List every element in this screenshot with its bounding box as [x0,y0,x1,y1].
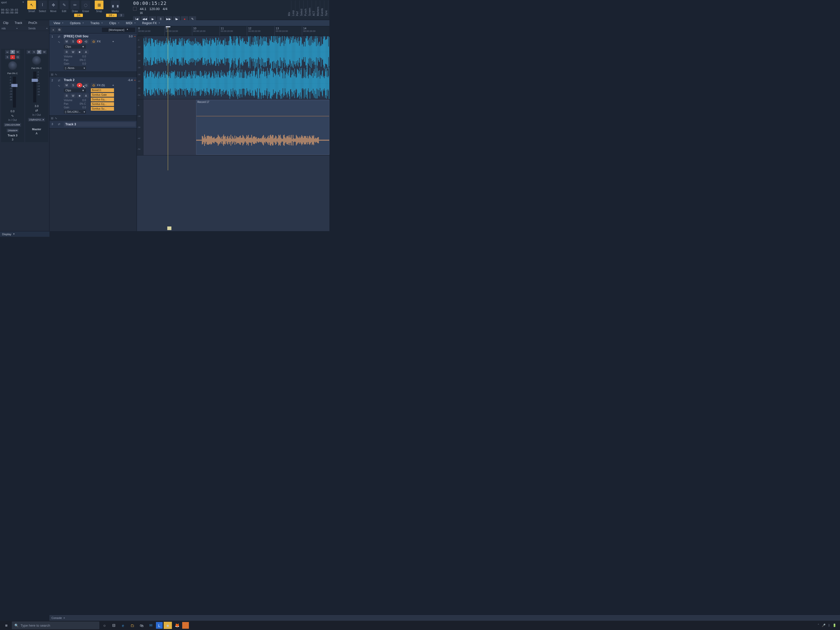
dropdown-icon[interactable]: ▼ [13,233,15,235]
side-tab[interactable]: Mix [287,0,291,17]
clip-lane-1[interactable]: -6-12-18-24-30-36-42-48-54 [137,36,329,99]
automation-button[interactable]: ✱ [77,93,82,98]
clip-lane-2[interactable]: -6-18-30-42-54 Record 17 [137,99,329,155]
track-name[interactable]: Track 3 [64,122,136,126]
fx-power-button[interactable]: ⏻ [91,83,96,87]
side-tab[interactable]: Select [300,0,304,17]
select-tool[interactable]: I [38,0,47,9]
clips-dropdown[interactable]: Clips▼ [64,45,86,49]
snap-value-3[interactable]: 3 [118,14,125,17]
menu-midi[interactable]: MIDI ▼ [123,21,139,26]
track-header[interactable]: 1 ⇄∿ [FREE] Chill Sou3.0▪▪ M S ● •)) Cli… [49,33,137,72]
input-echo-button[interactable]: •)) [83,83,89,87]
audio-clip[interactable]: Record 17 [196,100,329,155]
inspector-tab[interactable]: Clip [0,20,11,26]
side-tab[interactable]: Sync [324,0,328,17]
display-dropdown[interactable]: Display [2,233,11,236]
track-header[interactable]: 2 ⇄∿ Track 2-6.4▪▪ M S ● •)) Clips▼ RW✱A [49,77,137,115]
side-tab[interactable]: Markers [316,0,320,17]
timeline[interactable]: 800:00:14:00900:00:16:001000:00:18:00110… [137,26,329,231]
automation-button[interactable]: W [70,93,76,98]
fx-slot[interactable]: Sonitus Eq... [91,98,114,101]
menu-clips[interactable]: Clips ▼ [107,21,122,26]
edit-tool[interactable]: ✎ [60,0,68,9]
fx-slot[interactable]: Boost11 [91,88,114,92]
output-dropdown[interactable]: ▯ StrLn2AU...▾ [64,110,86,114]
move-tool[interactable]: ✥ [49,0,58,9]
inspector-tab[interactable]: Track [11,20,25,26]
fx-power-button[interactable]: ⏻ [91,39,96,44]
track-name[interactable]: [FREE] Chill Sou [64,35,127,38]
inspector-tab[interactable]: ProCh [25,20,40,26]
output-dropdown[interactable]: ▯ -None-▾ [64,66,86,70]
side-tab[interactable]: Events [320,0,324,17]
track-name[interactable]: Track 2 [64,78,126,82]
dropdown-icon[interactable]: ▼ [22,1,24,4]
marks-button[interactable]: ▖▗ [111,0,120,9]
automation-lane-icon[interactable]: ⊟ [51,73,53,76]
arm-record-button[interactable]: ● [77,39,82,44]
envelope-icon[interactable]: ∿ [55,117,57,120]
duplicate-track-button[interactable]: ⧉ [57,28,62,32]
timecode-display[interactable]: 00:00:15:22 [133,0,196,6]
side-tab[interactable]: Punch [304,0,308,17]
snap-value-1[interactable]: 1/4 [74,14,83,17]
menu-options[interactable]: Options ▼ [68,21,87,26]
add-track-button[interactable]: + [51,28,55,32]
input-echo-button[interactable]: •)) [83,39,89,44]
loop-marker[interactable] [167,226,171,230]
snap-value-2[interactable]: 1/8 ♪ [106,14,117,17]
track-header[interactable]: 3⇄Track 3 [49,121,137,128]
output-route[interactable]: ▯Master▾ [7,129,19,132]
erase-tool[interactable]: ◌ [81,0,90,9]
playhead[interactable] [168,26,168,171]
side-tab[interactable]: Screen [308,0,312,17]
fx-slot[interactable]: Sonitus Su... [91,107,114,111]
arm-record-button[interactable]: ● [77,83,82,87]
menu-region fx[interactable]: Region FX ▼ [139,21,163,26]
automation-button[interactable]: W [70,50,76,54]
filter-icon[interactable]: ⇄ [58,35,60,38]
mute-button[interactable]: M [64,83,69,87]
side-tab[interactable]: Loop [291,0,295,17]
snap-button[interactable]: ⊞ [95,0,103,9]
pan-knob[interactable] [32,56,41,65]
solo-button[interactable]: S [70,39,76,44]
volume-fader[interactable] [13,77,16,107]
filter-icon[interactable]: ⇄ [58,79,60,82]
automation-button[interactable]: A [83,93,89,98]
fx-slot[interactable]: Sonitus Eq... [91,102,114,106]
pan-knob[interactable] [8,61,17,70]
smart-tool[interactable]: ↖ [27,0,36,9]
input-route[interactable]: ▯StrLn2AU96▾ [4,123,21,126]
automation-button[interactable]: ✱ [77,50,82,54]
plus-icon[interactable]: + [112,84,114,87]
solo-button[interactable]: S [70,83,76,87]
side-tab[interactable]: ACT [312,0,316,17]
playhead-flag[interactable] [166,26,171,27]
time-ruler[interactable]: 800:00:14:00900:00:16:001000:00:18:00110… [137,26,329,36]
plus-icon[interactable]: + [16,27,18,30]
fx-label[interactable]: FX (5) [97,84,105,87]
menu-view[interactable]: View ▼ [51,21,66,26]
fx-label[interactable]: FX [97,40,101,43]
volume-fader[interactable] [33,71,36,103]
export-label[interactable]: xport [1,1,7,4]
checkbox-icon[interactable] [133,7,137,11]
side-tab[interactable]: Perf [295,0,300,17]
plus-icon[interactable]: + [46,27,47,30]
clips-dropdown[interactable]: Clips▼ [64,88,86,92]
mute-button[interactable]: M [64,39,69,44]
draw-tool[interactable]: ✏ [71,0,79,9]
timesig-display[interactable]: 4/4 [163,7,167,15]
tempo-display[interactable]: 120.00 [150,7,160,15]
fx-slot[interactable]: Sonitus Gate [91,93,114,97]
envelope-icon[interactable]: ∿ [55,73,57,76]
automation-button[interactable]: R [64,93,69,98]
automation-button[interactable]: A [83,50,89,54]
output-route[interactable]: ▯Spkrs2AU...▾ [28,118,45,122]
menu-tracks[interactable]: Tracks ▼ [88,21,106,26]
plus-icon[interactable]: + [112,40,114,43]
workspace-dropdown[interactable]: [Workspace]▼ [102,28,135,32]
automation-lane-icon[interactable]: ⊟ [51,117,53,120]
